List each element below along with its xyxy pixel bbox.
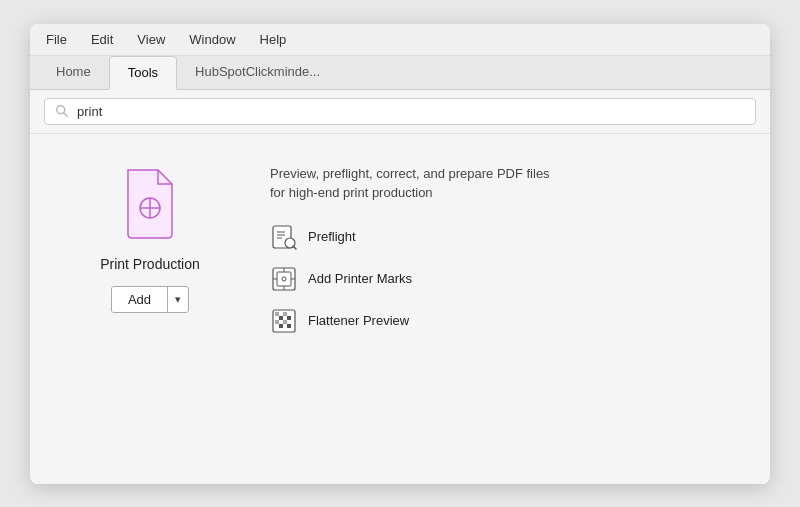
add-button[interactable]: Add bbox=[112, 287, 168, 312]
menu-edit[interactable]: Edit bbox=[87, 30, 117, 49]
svg-rect-23 bbox=[275, 320, 279, 324]
flattener-icon bbox=[270, 307, 298, 335]
search-icon bbox=[55, 104, 69, 118]
preflight-icon bbox=[270, 223, 298, 251]
preflight-label: Preflight bbox=[308, 229, 356, 244]
svg-rect-26 bbox=[287, 324, 291, 328]
svg-rect-20 bbox=[283, 312, 287, 316]
tool-details: Preview, preflight, correct, and prepare… bbox=[270, 164, 730, 335]
tab-home[interactable]: Home bbox=[38, 56, 109, 90]
svg-rect-24 bbox=[283, 320, 287, 324]
tab-bar: Home Tools HubSpotClickminde... bbox=[30, 56, 770, 90]
menu-bar: File Edit View Window Help bbox=[30, 24, 770, 56]
printer-marks-label: Add Printer Marks bbox=[308, 271, 412, 286]
add-dropdown-button[interactable]: ▾ bbox=[168, 288, 188, 311]
svg-line-1 bbox=[64, 113, 68, 117]
menu-window[interactable]: Window bbox=[185, 30, 239, 49]
sub-tool-printer-marks[interactable]: Add Printer Marks bbox=[270, 265, 730, 293]
sub-tool-preflight[interactable]: Preflight bbox=[270, 223, 730, 251]
printer-marks-icon bbox=[270, 265, 298, 293]
tab-hubspot[interactable]: HubSpotClickminde... bbox=[177, 56, 338, 90]
svg-line-7 bbox=[293, 246, 296, 249]
menu-help[interactable]: Help bbox=[256, 30, 291, 49]
flattener-label: Flattener Preview bbox=[308, 313, 409, 328]
tool-name: Print Production bbox=[100, 256, 200, 272]
menu-file[interactable]: File bbox=[42, 30, 71, 49]
add-button-group: Add ▾ bbox=[111, 286, 189, 313]
tool-description: Preview, preflight, correct, and prepare… bbox=[270, 164, 550, 203]
svg-rect-19 bbox=[275, 312, 279, 316]
sub-tool-flattener[interactable]: Flattener Preview bbox=[270, 307, 730, 335]
print-production-icon bbox=[120, 168, 180, 240]
svg-rect-25 bbox=[279, 324, 283, 328]
tool-card: Print Production Add ▾ bbox=[70, 164, 230, 313]
tab-tools[interactable]: Tools bbox=[109, 56, 177, 90]
app-window: File Edit View Window Help Home Tools Hu… bbox=[30, 24, 770, 484]
svg-rect-22 bbox=[287, 316, 291, 320]
search-wrapper bbox=[44, 98, 756, 125]
search-bar bbox=[30, 90, 770, 134]
search-input[interactable] bbox=[77, 104, 745, 119]
menu-view[interactable]: View bbox=[133, 30, 169, 49]
svg-rect-21 bbox=[279, 316, 283, 320]
sub-tools-list: Preflight bbox=[270, 223, 730, 335]
content-area: Print Production Add ▾ Preview, prefligh… bbox=[30, 134, 770, 484]
tool-icon-container bbox=[114, 164, 186, 244]
